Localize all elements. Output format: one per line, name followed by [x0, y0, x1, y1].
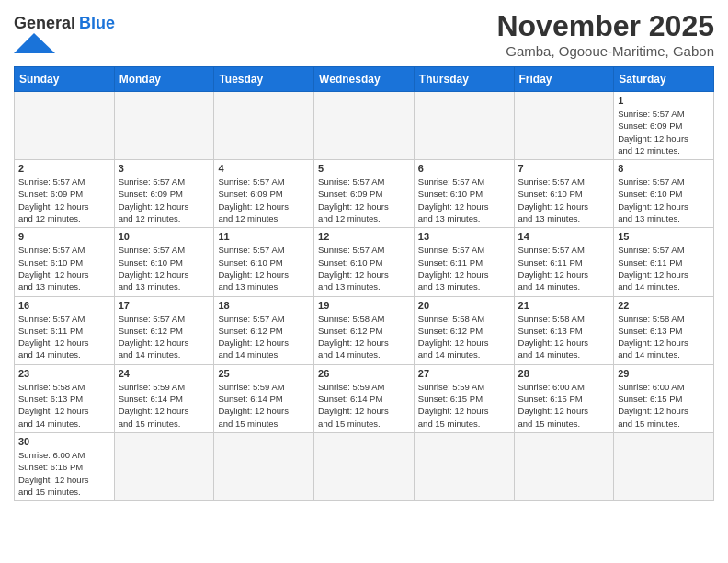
calendar-cell: 16Sunrise: 5:57 AM Sunset: 6:11 PM Dayli…: [15, 296, 115, 364]
calendar-cell: 17Sunrise: 5:57 AM Sunset: 6:12 PM Dayli…: [114, 296, 214, 364]
day-info: Sunrise: 5:57 AM Sunset: 6:10 PM Dayligh…: [218, 244, 310, 293]
day-number: 5: [318, 163, 410, 174]
calendar-cell: [114, 92, 214, 160]
calendar-cell: [314, 92, 415, 160]
day-info: Sunrise: 5:57 AM Sunset: 6:09 PM Dayligh…: [119, 176, 210, 224]
day-info: Sunrise: 5:57 AM Sunset: 6:09 PM Dayligh…: [618, 108, 710, 156]
calendar-cell: [214, 432, 314, 500]
day-number: 8: [618, 163, 710, 174]
logo-general-text: General: [14, 14, 75, 33]
day-number: 4: [218, 163, 310, 174]
day-number: 11: [218, 231, 310, 242]
day-info: Sunrise: 5:57 AM Sunset: 6:09 PM Dayligh…: [218, 176, 310, 224]
day-number: 21: [518, 300, 610, 311]
calendar-cell: [514, 92, 614, 160]
day-number: 14: [518, 231, 610, 242]
calendar-row: 9Sunrise: 5:57 AM Sunset: 6:10 PM Daylig…: [15, 228, 714, 296]
calendar-cell: 8Sunrise: 5:57 AM Sunset: 6:10 PM Daylig…: [614, 160, 714, 228]
calendar-row: 16Sunrise: 5:57 AM Sunset: 6:11 PM Dayli…: [15, 296, 714, 364]
weekday-header-monday: Monday: [114, 67, 214, 92]
day-number: 2: [18, 163, 110, 174]
calendar-cell: 19Sunrise: 5:58 AM Sunset: 6:12 PM Dayli…: [314, 296, 415, 364]
calendar-cell: 12Sunrise: 5:57 AM Sunset: 6:10 PM Dayli…: [314, 228, 415, 296]
calendar-cell: [314, 432, 415, 500]
calendar-cell: 30Sunrise: 6:00 AM Sunset: 6:16 PM Dayli…: [15, 432, 115, 500]
logo-blue-text: Blue: [79, 14, 115, 33]
calendar-cell: 22Sunrise: 5:58 AM Sunset: 6:13 PM Dayli…: [614, 296, 714, 364]
day-info: Sunrise: 5:58 AM Sunset: 6:12 PM Dayligh…: [318, 313, 410, 362]
day-info: Sunrise: 5:57 AM Sunset: 6:12 PM Dayligh…: [218, 313, 310, 362]
day-info: Sunrise: 5:57 AM Sunset: 6:10 PM Dayligh…: [318, 244, 410, 293]
calendar-cell: 29Sunrise: 6:00 AM Sunset: 6:15 PM Dayli…: [614, 364, 714, 432]
calendar-cell: [214, 92, 314, 160]
month-title: November 2025: [496, 9, 714, 43]
calendar-cell: 27Sunrise: 5:59 AM Sunset: 6:15 PM Dayli…: [414, 364, 514, 432]
day-number: 12: [318, 231, 410, 242]
calendar-cell: 23Sunrise: 5:58 AM Sunset: 6:13 PM Dayli…: [15, 364, 115, 432]
day-info: Sunrise: 5:57 AM Sunset: 6:10 PM Dayligh…: [119, 244, 210, 293]
day-number: 28: [518, 368, 610, 379]
day-info: Sunrise: 5:59 AM Sunset: 6:14 PM Dayligh…: [218, 381, 310, 430]
calendar-cell: 14Sunrise: 5:57 AM Sunset: 6:11 PM Dayli…: [514, 228, 614, 296]
day-number: 29: [618, 368, 710, 379]
calendar-cell: 5Sunrise: 5:57 AM Sunset: 6:09 PM Daylig…: [314, 160, 415, 228]
calendar-cell: 11Sunrise: 5:57 AM Sunset: 6:10 PM Dayli…: [214, 228, 314, 296]
day-info: Sunrise: 5:57 AM Sunset: 6:10 PM Dayligh…: [418, 176, 510, 224]
logo-icon: [14, 33, 55, 53]
calendar-cell: 18Sunrise: 5:57 AM Sunset: 6:12 PM Dayli…: [214, 296, 314, 364]
day-info: Sunrise: 5:57 AM Sunset: 6:10 PM Dayligh…: [18, 244, 110, 293]
calendar-cell: 10Sunrise: 5:57 AM Sunset: 6:10 PM Dayli…: [114, 228, 214, 296]
day-number: 17: [119, 300, 210, 311]
day-number: 23: [18, 368, 110, 379]
day-info: Sunrise: 5:58 AM Sunset: 6:13 PM Dayligh…: [618, 313, 710, 362]
day-info: Sunrise: 5:59 AM Sunset: 6:15 PM Dayligh…: [418, 381, 510, 430]
calendar-row: 1Sunrise: 5:57 AM Sunset: 6:09 PM Daylig…: [15, 92, 714, 160]
day-info: Sunrise: 5:57 AM Sunset: 6:11 PM Dayligh…: [418, 244, 510, 293]
calendar-table: SundayMondayTuesdayWednesdayThursdayFrid…: [14, 66, 714, 501]
calendar-cell: 4Sunrise: 5:57 AM Sunset: 6:09 PM Daylig…: [214, 160, 314, 228]
day-number: 30: [18, 436, 110, 447]
day-number: 13: [418, 231, 510, 242]
day-number: 7: [518, 163, 610, 174]
day-info: Sunrise: 5:57 AM Sunset: 6:09 PM Dayligh…: [318, 176, 410, 224]
calendar-cell: 3Sunrise: 5:57 AM Sunset: 6:09 PM Daylig…: [114, 160, 214, 228]
weekday-header-friday: Friday: [514, 67, 614, 92]
calendar-cell: [414, 432, 514, 500]
day-info: Sunrise: 5:57 AM Sunset: 6:10 PM Dayligh…: [618, 176, 710, 224]
day-info: Sunrise: 5:59 AM Sunset: 6:14 PM Dayligh…: [318, 381, 410, 430]
page-header: General Blue November 2025 Gamba, Ogooue…: [14, 9, 714, 59]
day-info: Sunrise: 6:00 AM Sunset: 6:15 PM Dayligh…: [618, 381, 710, 430]
calendar-cell: [114, 432, 214, 500]
day-number: 25: [218, 368, 310, 379]
calendar-row: 30Sunrise: 6:00 AM Sunset: 6:16 PM Dayli…: [15, 432, 714, 500]
calendar-cell: 24Sunrise: 5:59 AM Sunset: 6:14 PM Dayli…: [114, 364, 214, 432]
day-info: Sunrise: 5:57 AM Sunset: 6:12 PM Dayligh…: [119, 313, 210, 362]
day-number: 6: [418, 163, 510, 174]
day-info: Sunrise: 5:58 AM Sunset: 6:13 PM Dayligh…: [18, 381, 110, 430]
calendar-cell: 1Sunrise: 5:57 AM Sunset: 6:09 PM Daylig…: [614, 92, 714, 160]
calendar-cell: 28Sunrise: 6:00 AM Sunset: 6:15 PM Dayli…: [514, 364, 614, 432]
day-info: Sunrise: 5:57 AM Sunset: 6:11 PM Dayligh…: [18, 313, 110, 362]
calendar-cell: [614, 432, 714, 500]
calendar-cell: 9Sunrise: 5:57 AM Sunset: 6:10 PM Daylig…: [15, 228, 115, 296]
day-info: Sunrise: 5:57 AM Sunset: 6:09 PM Dayligh…: [18, 176, 110, 224]
day-number: 22: [618, 300, 710, 311]
svg-marker-0: [14, 33, 55, 53]
weekday-header-saturday: Saturday: [614, 67, 714, 92]
day-number: 3: [119, 163, 210, 174]
weekday-header-sunday: Sunday: [15, 67, 115, 92]
day-info: Sunrise: 5:57 AM Sunset: 6:11 PM Dayligh…: [618, 244, 710, 293]
weekday-header-wednesday: Wednesday: [314, 67, 415, 92]
day-number: 16: [18, 300, 110, 311]
calendar-cell: [514, 432, 614, 500]
day-number: 10: [119, 231, 210, 242]
day-info: Sunrise: 5:58 AM Sunset: 6:13 PM Dayligh…: [518, 313, 610, 362]
title-area: November 2025 Gamba, Ogooue-Maritime, Ga…: [496, 9, 714, 59]
calendar-cell: 6Sunrise: 5:57 AM Sunset: 6:10 PM Daylig…: [414, 160, 514, 228]
calendar-cell: 7Sunrise: 5:57 AM Sunset: 6:10 PM Daylig…: [514, 160, 614, 228]
day-number: 20: [418, 300, 510, 311]
logo: General Blue: [14, 9, 115, 53]
calendar-cell: 21Sunrise: 5:58 AM Sunset: 6:13 PM Dayli…: [514, 296, 614, 364]
calendar-cell: [15, 92, 115, 160]
calendar-cell: 25Sunrise: 5:59 AM Sunset: 6:14 PM Dayli…: [214, 364, 314, 432]
